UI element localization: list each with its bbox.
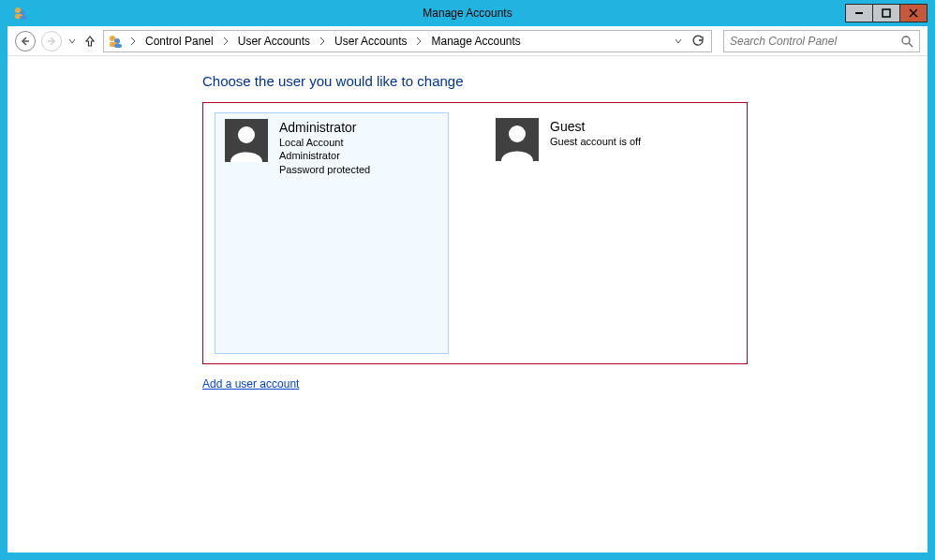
svg-point-10 [110, 36, 115, 41]
account-info: Guest Guest account is off [550, 118, 641, 148]
svg-point-16 [238, 126, 255, 143]
svg-rect-5 [883, 9, 890, 17]
window-frame: Manage Accounts [0, 0, 935, 560]
chevron-right-icon[interactable] [316, 31, 329, 52]
svg-rect-13 [114, 44, 122, 48]
close-button[interactable] [899, 4, 928, 22]
recent-locations-dropdown[interactable] [67, 34, 77, 49]
app-icon [13, 6, 28, 21]
accounts-list: Administrator Local Account Administrato… [202, 102, 748, 364]
add-user-link[interactable]: Add a user account [202, 377, 299, 391]
chevron-right-icon[interactable] [126, 31, 140, 52]
page-heading: Choose the user you would like to change [202, 73, 748, 89]
account-type: Local Account [279, 136, 370, 149]
account-name: Guest [550, 118, 641, 135]
account-role: Administrator [279, 149, 370, 162]
address-bar[interactable]: Control Panel User Accounts User Account… [103, 30, 712, 52]
svg-rect-3 [20, 16, 27, 20]
account-tile-administrator[interactable]: Administrator Local Account Administrato… [215, 112, 449, 354]
chevron-right-icon[interactable] [412, 31, 425, 52]
refresh-button[interactable] [689, 31, 707, 52]
back-button[interactable] [15, 31, 36, 52]
window-title: Manage Accounts [7, 7, 928, 20]
chevron-right-icon[interactable] [219, 31, 232, 52]
account-name: Administrator [279, 119, 370, 136]
user-accounts-icon [108, 34, 123, 49]
account-password-status: Password protected [279, 163, 370, 176]
breadcrumb-manage-accounts[interactable]: Manage Accounts [425, 31, 526, 52]
navigation-bar: Control Panel User Accounts User Account… [7, 26, 928, 56]
account-tile-guest[interactable]: Guest Guest account is off [486, 112, 720, 354]
svg-point-0 [15, 7, 21, 13]
svg-rect-4 [855, 12, 863, 14]
svg-point-17 [509, 125, 526, 142]
account-status: Guest account is off [550, 135, 641, 148]
svg-line-15 [909, 43, 913, 47]
forward-button[interactable] [41, 31, 62, 52]
avatar-icon [225, 119, 268, 162]
up-button[interactable] [82, 34, 97, 49]
search-box[interactable] [723, 30, 920, 52]
breadcrumb-user-accounts-2[interactable]: User Accounts [329, 31, 412, 52]
search-icon[interactable] [900, 35, 913, 48]
content-area: Choose the user you would like to change… [7, 56, 928, 391]
breadcrumb-user-accounts[interactable]: User Accounts [232, 31, 316, 52]
window-controls [846, 4, 928, 22]
breadcrumb-control-panel[interactable]: Control Panel [140, 31, 219, 52]
search-input[interactable] [730, 35, 900, 48]
minimize-button[interactable] [845, 4, 873, 22]
address-dropdown[interactable] [670, 31, 687, 52]
account-info: Administrator Local Account Administrato… [279, 119, 370, 176]
avatar-icon [496, 118, 539, 161]
svg-point-14 [902, 37, 910, 44]
titlebar: Manage Accounts [7, 0, 928, 26]
maximize-button[interactable] [872, 4, 900, 22]
